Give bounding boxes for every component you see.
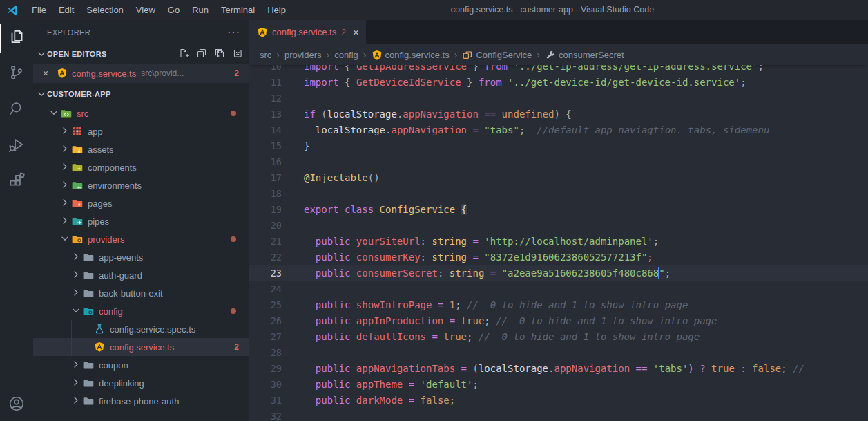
chevron-down-icon: [59, 233, 70, 246]
code-line-17[interactable]: 17@Injectable(): [249, 170, 868, 186]
folder-gray-icon: [83, 252, 95, 263]
code-line-15[interactable]: 15}: [249, 138, 868, 154]
breadcrumb-item-src[interactable]: src: [260, 50, 271, 60]
tree-item-providers[interactable]: providers: [33, 230, 249, 248]
code-editor[interactable]: 10import { GetIpAddressService } from '.…: [249, 65, 868, 421]
code-line-11[interactable]: 11import { GetDeviceIdService } from '..…: [249, 75, 868, 91]
account-icon: [8, 395, 26, 415]
tree-item-environments[interactable]: environments: [33, 176, 249, 194]
code-line-19[interactable]: 19export class ConfigService {: [249, 202, 868, 218]
angular-icon: [257, 27, 268, 38]
breadcrumb: src›providers›config›config.service.ts›C…: [249, 44, 868, 65]
code-line-30[interactable]: 30 public appTheme = 'default';: [249, 377, 868, 393]
tree-item-src[interactable]: src: [33, 104, 249, 122]
activity-source-control[interactable]: [0, 56, 33, 92]
tree-item-config[interactable]: config: [33, 302, 249, 320]
tree-item-app[interactable]: app: [33, 122, 249, 140]
chevron-right-icon: [59, 125, 70, 138]
tree-item-label: auth-guard: [99, 270, 142, 281]
tree-item-label: config.service.spec.ts: [110, 324, 195, 335]
breadcrumb-item-configservice[interactable]: ConfigService: [462, 50, 532, 60]
code-line-14[interactable]: 14 localStorage.appNavigation = "tabs"; …: [249, 122, 868, 138]
code-line-16[interactable]: 16: [249, 154, 868, 170]
tree-item-assets[interactable]: assets: [33, 140, 249, 158]
editor-layout-icon[interactable]: [196, 48, 207, 60]
tree-item-back-button-exit[interactable]: back-button-exit: [33, 284, 249, 302]
breadcrumb-item-consumersecret[interactable]: consumerSecret: [545, 50, 624, 60]
open-editor-item[interactable]: ×config.service.tssrc\provid...2: [33, 64, 249, 83]
chevron-down-icon: [70, 305, 81, 318]
save-all-icon[interactable]: [214, 48, 225, 60]
breadcrumb-label: providers: [284, 50, 321, 60]
menu-go[interactable]: Go: [162, 0, 186, 20]
breadcrumb-separator: ›: [276, 49, 280, 60]
activity-search[interactable]: [0, 92, 33, 128]
tree-item-config-service-spec-ts[interactable]: config.service.spec.ts: [33, 320, 249, 338]
chevron-right-icon: [59, 161, 70, 174]
code-line-20[interactable]: 20: [249, 218, 868, 234]
breadcrumb-label: src: [260, 50, 271, 60]
code-line-18[interactable]: 18: [249, 186, 868, 202]
breadcrumb-label: consumerSecret: [559, 50, 624, 60]
tree-item-deeplinking[interactable]: deeplinking: [33, 374, 249, 392]
tree-item-config-service-ts[interactable]: config.service.ts2: [33, 338, 249, 356]
close-icon[interactable]: ×: [43, 68, 55, 79]
tree-item-auth-guard[interactable]: auth-guard: [33, 266, 249, 284]
menu-help[interactable]: Help: [261, 0, 292, 20]
open-editors-label: OPEN EDITORS: [47, 50, 107, 58]
tree-item-coupon[interactable]: coupon: [33, 356, 249, 374]
close-all-editors-icon[interactable]: [232, 48, 243, 60]
tree-item-app-events[interactable]: app-events: [33, 248, 249, 266]
line-number: 32: [249, 409, 282, 421]
new-untitled-file-icon[interactable]: [178, 48, 189, 60]
line-number: 25: [249, 297, 282, 313]
tree-item-label: config: [99, 306, 123, 317]
minimize-button[interactable]: —: [837, 0, 868, 20]
code-line-13[interactable]: 13if (localStorage.appNavigation == unde…: [249, 106, 868, 122]
code-line-24[interactable]: 24: [249, 281, 868, 297]
breadcrumb-item-providers[interactable]: providers: [284, 50, 321, 60]
activity-bar: [0, 20, 33, 421]
chevron-right-icon: [70, 269, 81, 282]
activity-account[interactable]: [0, 389, 33, 421]
more-actions-icon[interactable]: ···: [227, 26, 240, 39]
tree-item-pages[interactable]: pages: [33, 194, 249, 212]
open-editors-header[interactable]: OPEN EDITORS: [33, 44, 249, 64]
tree-item-label: back-button-exit: [99, 288, 163, 299]
activity-extensions[interactable]: [0, 164, 33, 200]
code-line-12[interactable]: 12: [249, 91, 868, 106]
breadcrumb-item-config.service.ts[interactable]: config.service.ts: [372, 50, 450, 60]
tab-config-service[interactable]: config.service.ts 2 ×: [249, 20, 366, 44]
menu-edit[interactable]: Edit: [52, 0, 80, 20]
tree-item-firebase-phone-auth[interactable]: firebase-phone-auth: [33, 392, 249, 410]
menu-run[interactable]: Run: [186, 0, 215, 20]
code-line-26[interactable]: 26 public appInProduction = true; // 0 t…: [249, 313, 868, 329]
code-line-22[interactable]: 22 public consumerKey: string = "8372e1d…: [249, 250, 868, 265]
code-line-32[interactable]: 32: [249, 409, 868, 421]
code-line-21[interactable]: 21 public yourSiteUrl: string = 'http://…: [249, 234, 868, 250]
tree-item-label: components: [88, 162, 137, 173]
close-icon[interactable]: ×: [353, 26, 359, 38]
code-line-28[interactable]: 28: [249, 345, 868, 361]
code-line-10[interactable]: 10import { GetIpAddressService } from '.…: [249, 65, 868, 75]
titlebar: FileEditSelectionViewGoRunTerminalHelp c…: [0, 0, 868, 20]
code-line-29[interactable]: 29 public appNavigationTabs = (localStor…: [249, 361, 868, 377]
line-number: 19: [249, 202, 282, 218]
breadcrumb-separator: ›: [537, 49, 540, 60]
breadcrumb-item-config[interactable]: config: [334, 50, 358, 60]
menu-view[interactable]: View: [130, 0, 162, 20]
code-text: public appInProduction = true; // 0 to h…: [282, 313, 717, 329]
code-line-23[interactable]: 23 public consumerSecret: string = "a2ea…: [249, 265, 868, 281]
tree-item-components[interactable]: components: [33, 158, 249, 176]
code-line-25[interactable]: 25 public showIntroPage = 1; // 0 to hid…: [249, 297, 868, 313]
code-line-27[interactable]: 27 public defaultIcons = true; // 0 to h…: [249, 329, 868, 345]
menu-terminal[interactable]: Terminal: [215, 0, 261, 20]
activity-explorer[interactable]: [0, 20, 33, 56]
menu-selection[interactable]: Selection: [80, 0, 129, 20]
project-root-header[interactable]: CUSTOMER-APP: [33, 83, 249, 104]
menu-file[interactable]: File: [26, 0, 52, 20]
activity-run-debug[interactable]: [0, 128, 33, 164]
tree-item-pipes[interactable]: pipes: [33, 212, 249, 230]
code-line-31[interactable]: 31 public darkMode = false;: [249, 393, 868, 409]
tab-bar: config.service.ts 2 ×: [249, 20, 868, 44]
